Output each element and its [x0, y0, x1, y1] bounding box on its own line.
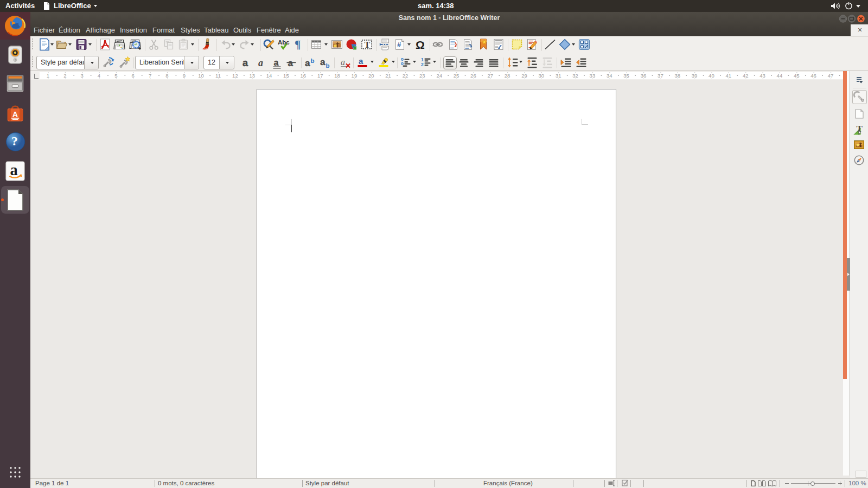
svg-text:a: a [359, 56, 363, 66]
svg-text:44: 44 [777, 73, 783, 79]
svg-text:24: 24 [436, 73, 442, 79]
svg-text:11: 11 [215, 73, 221, 79]
svg-text:23: 23 [419, 73, 425, 79]
svg-text:32: 32 [572, 73, 578, 79]
svg-text:b: b [311, 57, 315, 64]
svg-text:21: 21 [385, 73, 391, 79]
svg-text:7: 7 [149, 73, 151, 79]
svg-text:2: 2 [63, 73, 66, 79]
svg-text:17: 17 [317, 73, 323, 79]
svg-text:34: 34 [607, 73, 612, 79]
svg-text:?: ? [11, 134, 18, 148]
svg-text:26: 26 [470, 73, 476, 79]
svg-text:20: 20 [368, 73, 374, 79]
svg-text:1: 1 [421, 57, 424, 62]
svg-text:b: b [326, 62, 330, 69]
svg-text:Abc: Abc [278, 39, 290, 46]
svg-text:38: 38 [674, 73, 680, 79]
svg-text:45: 45 [794, 73, 800, 79]
svg-text:3: 3 [80, 73, 83, 79]
svg-text:1: 1 [47, 73, 49, 79]
svg-text:25: 25 [454, 73, 459, 79]
svg-text:33: 33 [590, 73, 596, 79]
svg-text:40: 40 [709, 73, 714, 79]
svg-text:12: 12 [232, 73, 238, 79]
svg-text:14: 14 [266, 73, 272, 79]
svg-text:42: 42 [743, 73, 749, 79]
svg-text:¶: ¶ [295, 38, 301, 51]
svg-text:a: a [258, 57, 263, 68]
svg-text:13: 13 [249, 73, 255, 79]
svg-text:39: 39 [692, 73, 698, 79]
svg-text:a: a [305, 58, 310, 68]
svg-text:5: 5 [114, 73, 117, 79]
svg-text:46: 46 [810, 73, 816, 79]
svg-text:31: 31 [556, 73, 561, 79]
svg-text:a: a [10, 162, 18, 178]
svg-text:10: 10 [198, 73, 204, 79]
svg-text:19: 19 [352, 73, 358, 79]
svg-text:4: 4 [98, 73, 100, 79]
svg-text:37: 37 [658, 73, 663, 79]
svg-text:a: a [320, 57, 326, 67]
svg-text:Ω: Ω [416, 38, 425, 51]
svg-text:6: 6 [132, 73, 135, 79]
svg-text:a: a [341, 57, 345, 67]
svg-text:15: 15 [283, 73, 289, 79]
svg-text:27: 27 [488, 73, 494, 79]
svg-text:43: 43 [760, 73, 765, 79]
svg-text:29: 29 [521, 73, 527, 79]
svg-text:47: 47 [828, 73, 834, 79]
svg-text:41: 41 [726, 73, 732, 79]
svg-text:8: 8 [165, 73, 168, 79]
svg-text:30: 30 [539, 73, 545, 79]
svg-text:28: 28 [505, 73, 510, 79]
svg-text:22: 22 [403, 73, 409, 79]
svg-text:T: T [365, 40, 371, 49]
svg-text:36: 36 [641, 73, 647, 79]
svg-text:2: 2 [421, 62, 424, 67]
svg-text:#: # [397, 41, 401, 49]
svg-text:35: 35 [623, 73, 629, 79]
svg-text:9: 9 [183, 73, 186, 79]
svg-text:A: A [12, 110, 18, 119]
svg-text:18: 18 [334, 73, 340, 79]
svg-text:a: a [242, 57, 248, 68]
svg-text:16: 16 [301, 73, 307, 79]
svg-text:a: a [274, 58, 279, 67]
